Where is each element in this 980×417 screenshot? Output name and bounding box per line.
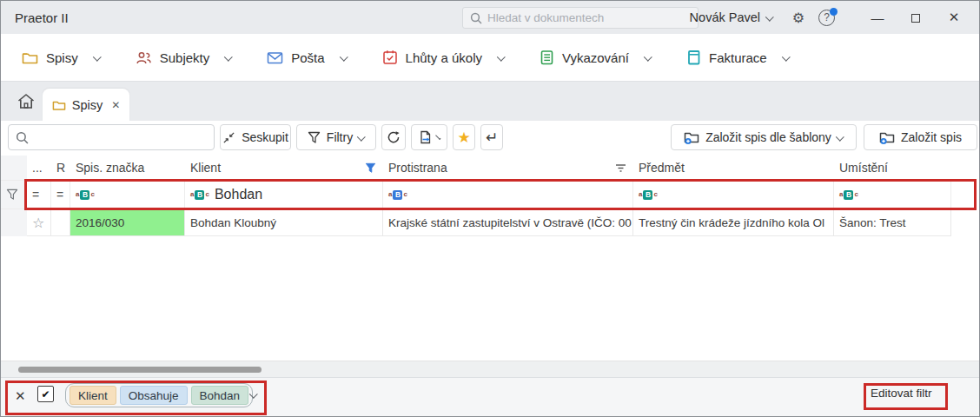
star-icon: ★	[457, 129, 470, 147]
filter-cell-protistrana[interactable]: aBc	[383, 180, 633, 209]
filter-cell-umisteni[interactable]: aBc	[834, 180, 951, 209]
export-dropdown-button[interactable]	[411, 124, 447, 150]
search-icon	[16, 131, 29, 144]
menu-posta[interactable]: Pošta	[267, 50, 347, 65]
group-button[interactable]: Seskupit	[220, 124, 291, 150]
home-tab-button[interactable]	[17, 92, 36, 110]
menu-label: Pošta	[291, 50, 324, 65]
gear-icon: ⚙	[792, 10, 805, 25]
menu-subjekty[interactable]: Subjekty	[136, 50, 233, 65]
check-icon: ✔	[41, 388, 50, 400]
close-button[interactable]: ✕	[941, 10, 967, 25]
filters-button-label: Filtry	[327, 130, 353, 144]
settings-gear-button[interactable]: ⚙	[787, 10, 810, 26]
chevron-down-icon	[339, 52, 348, 61]
filters-dropdown-button[interactable]: Filtry	[296, 124, 376, 150]
filter-condition-group[interactable]: Klient Obsahuje Bohdan	[65, 383, 253, 407]
app-window: Praetor II Novák Pavel ⚙ ? — ✕ Spis	[0, 0, 980, 417]
folder-icon	[22, 50, 38, 65]
favorite-button[interactable]: ★	[453, 124, 475, 150]
abc-filter-icon: aBc	[76, 190, 95, 200]
calendar-check-icon	[382, 50, 398, 65]
search-icon	[470, 12, 482, 24]
app-title: Praetor II	[15, 10, 69, 25]
filter-field-chip[interactable]: Klient	[70, 386, 116, 405]
collapse-arrows-icon	[222, 131, 235, 144]
abc-filter-icon: aBc	[190, 190, 209, 200]
menu-lhuty-a-ukoly[interactable]: Lhůty a úkoly	[382, 50, 505, 65]
menu-vykazovani[interactable]: Vykazování	[540, 50, 652, 65]
enter-icon: ↵	[486, 129, 498, 147]
filter-cell-predmet[interactable]: aBc	[633, 180, 834, 209]
new-file-button[interactable]: Založit spis	[864, 124, 977, 150]
menu-fakturace[interactable]: Fakturace	[686, 50, 790, 65]
row-protistrana-cell[interactable]: Krajské státní zastupitelství v Ostravě …	[383, 209, 633, 236]
minimize-button[interactable]: —	[864, 10, 891, 25]
horizontal-scrollbar[interactable]	[1, 361, 979, 377]
chevron-down-icon	[836, 132, 844, 141]
column-header-predmet[interactable]: Předmět	[633, 156, 834, 180]
star-outline-icon: ☆	[32, 215, 44, 231]
new-file-by-template-label: Založit spis dle šablony	[705, 130, 831, 144]
menu-label: Spisy	[46, 50, 78, 65]
edit-filter-button[interactable]: Editovat filtr	[871, 387, 932, 400]
people-icon	[136, 50, 152, 65]
row-r-cell[interactable]	[51, 209, 70, 236]
row-klient-cell[interactable]: Bohdan Kloubný	[185, 209, 383, 236]
chevron-down-icon	[357, 132, 366, 141]
grid-search-box[interactable]	[8, 124, 215, 150]
filter-cell-r[interactable]: =	[51, 180, 70, 209]
grid-filter-row: = = aBc aBc Bohdan aBc aBc aBc	[1, 180, 951, 209]
scrollbar-thumb[interactable]	[18, 367, 262, 373]
maximize-icon	[911, 14, 920, 23]
column-header-spis-znacka[interactable]: Spis. značka	[70, 156, 185, 180]
abc-filter-icon: aBc	[388, 190, 407, 200]
chevron-down-icon	[435, 134, 440, 139]
column-header-dots[interactable]: ...	[27, 156, 51, 180]
filter-cell-spis-znacka[interactable]: aBc	[70, 180, 185, 209]
active-filter-funnel-icon[interactable]	[365, 162, 376, 174]
row-spis-znacka-cell[interactable]: 2016/030	[70, 209, 185, 236]
column-header-label: Klient	[190, 161, 221, 175]
menu-label: Vykazování	[562, 50, 629, 65]
filter-lines-icon[interactable]	[615, 163, 626, 172]
document-search-box[interactable]	[462, 7, 699, 29]
user-name: Novák Pavel	[690, 10, 760, 24]
user-menu[interactable]: Novák Pavel	[690, 10, 773, 24]
header-gutter	[1, 156, 27, 180]
column-header-umisteni[interactable]: Umístění	[834, 156, 951, 180]
filter-status-bar: ✕ ✔ Klient Obsahuje Bohdan Editovat filt…	[1, 377, 979, 416]
new-file-by-template-button[interactable]: Založit spis dle šablony	[671, 124, 857, 150]
row-umisteni-cell[interactable]: Šanon: Trest	[834, 209, 951, 236]
grid-search-input[interactable]	[34, 131, 207, 144]
column-header-r[interactable]: R	[51, 156, 70, 180]
filter-enabled-checkbox[interactable]: ✔	[37, 386, 54, 402]
tab-label: Spisy	[72, 98, 103, 112]
folder-plus-icon	[879, 130, 895, 145]
chevron-down-icon	[644, 52, 652, 61]
maximize-button[interactable]	[903, 10, 929, 25]
filter-cell-dots[interactable]: =	[27, 180, 51, 209]
refresh-button[interactable]	[381, 124, 406, 150]
chevron-down-icon	[224, 52, 233, 61]
help-button[interactable]: ?	[818, 10, 835, 26]
table-row[interactable]: ☆ 2016/030 Bohdan Kloubný Krajské státní…	[1, 209, 951, 236]
row-predmet-cell[interactable]: Trestný čin krádeže jízdního kola Ol	[633, 209, 834, 236]
folder-plus-icon	[684, 130, 699, 145]
column-header-klient[interactable]: Klient	[185, 156, 383, 180]
clear-filter-button[interactable]: ✕	[15, 388, 26, 404]
files-grid: ... R Spis. značka Klient Protistrana Př…	[1, 156, 951, 236]
tab-close-icon[interactable]: ✕	[111, 99, 120, 111]
enter-button[interactable]: ↵	[480, 124, 503, 150]
row-favorite-cell[interactable]: ☆	[27, 209, 51, 236]
chevron-down-icon	[782, 52, 791, 61]
tab-spisy[interactable]: Spisy ✕	[43, 89, 129, 122]
filter-value-chip[interactable]: Bohdan	[191, 386, 249, 405]
filter-operator-chip[interactable]: Obsahuje	[120, 386, 188, 405]
abc-filter-icon: aBc	[839, 190, 858, 200]
filter-cell-klient[interactable]: aBc Bohdan	[185, 180, 383, 209]
menu-label: Subjekty	[160, 50, 210, 65]
column-header-protistrana[interactable]: Protistrana	[383, 156, 633, 180]
document-search-input[interactable]	[487, 11, 691, 24]
menu-spisy[interactable]: Spisy	[22, 50, 101, 65]
